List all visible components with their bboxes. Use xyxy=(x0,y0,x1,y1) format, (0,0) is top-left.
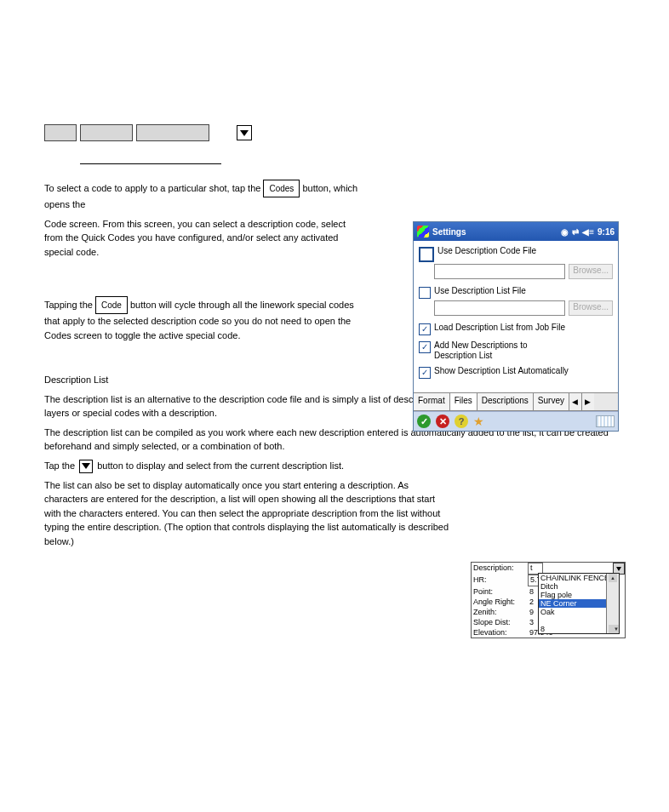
chk-row-list-file: Use Description List File xyxy=(419,286,613,299)
tab-descriptions[interactable]: Descriptions xyxy=(477,393,534,410)
pda-titlebar: Settings ◉ ⇄ ◀≡ 9:16 xyxy=(414,222,618,241)
cancel-icon[interactable]: ✕ xyxy=(436,415,449,428)
tab-scroll-right[interactable]: ▶ xyxy=(581,393,594,410)
mini-lbl-slope: Slope Dist: xyxy=(472,617,528,627)
lbl-show-auto: Show Description List Automatically xyxy=(434,366,569,376)
mini-list-scrollbar[interactable] xyxy=(606,574,619,633)
windows-flag-icon xyxy=(417,226,429,237)
keyboard-icon[interactable] xyxy=(596,415,615,427)
mini-slope-value: 3 xyxy=(528,617,535,627)
mini-lbl-hr: HR: xyxy=(472,575,528,586)
codes-button[interactable]: Codes xyxy=(263,180,300,197)
top-btn-3[interactable] xyxy=(136,124,209,141)
chk-row-load: Load Description List from Job File xyxy=(419,323,613,335)
pda-status-icons: ◉ ⇄ ◀≡ 9:16 xyxy=(561,227,615,237)
tab-scroll-left[interactable]: ◀ xyxy=(569,393,581,410)
browse-button-1[interactable]: Browse... xyxy=(569,264,613,279)
para-codes-2: Code screen. From this screen, you can s… xyxy=(44,217,359,260)
checkbox-add-new[interactable] xyxy=(419,341,431,353)
checkbox-show-auto[interactable] xyxy=(419,367,431,379)
dropdown-triangle-icon[interactable] xyxy=(237,125,252,140)
browse-button-2[interactable]: Browse... xyxy=(569,300,613,316)
mini-point-value: 8 xyxy=(528,586,535,597)
chk-row-addnew: Add New Descriptions to Description List xyxy=(419,340,613,361)
top-btn-2[interactable] xyxy=(80,124,133,141)
code-button[interactable]: Code xyxy=(95,296,128,314)
checkbox-use-code-file[interactable] xyxy=(419,247,434,262)
tab-format[interactable]: Format xyxy=(414,393,450,410)
lbl-load-from-job: Load Description List from Job File xyxy=(434,323,565,333)
pda-tabs: Format Files Descriptions Survey ◀ ▶ xyxy=(414,392,618,411)
list-file-input-row: Browse... xyxy=(434,300,613,316)
desc-list-p4: The list can also be set to display auto… xyxy=(44,478,453,549)
para-codes-intro: To select a code to apply to a particula… xyxy=(44,180,359,212)
mini-angle-value: 2 xyxy=(528,597,535,607)
pda-bottombar: ✓ ✕ ? ★ xyxy=(414,411,618,431)
pda-title: Settings xyxy=(432,227,466,237)
ok-icon[interactable]: ✓ xyxy=(417,415,431,428)
pda-body: Use Description Code File Browse... Use … xyxy=(414,241,618,392)
page-container: To select a code to apply to a particula… xyxy=(0,0,669,812)
scroll-up-icon[interactable] xyxy=(609,574,617,582)
mini-lbl-zenith: Zenith: xyxy=(472,607,528,617)
code-file-path-input[interactable] xyxy=(434,264,565,279)
chk-row-code-file: Use Description Code File xyxy=(419,246,613,262)
signal-icon: ⇄ xyxy=(572,227,579,237)
mini-desc-dropdown-list[interactable]: CHAINLINK FENCE Ditch Flag pole NE Corne… xyxy=(538,573,620,634)
mini-lbl-description: Description: xyxy=(472,563,528,575)
para-code-cycle: Tapping the Code button will cycle throu… xyxy=(44,296,359,342)
tab-survey[interactable]: Survey xyxy=(534,393,569,410)
list-file-path-input[interactable] xyxy=(434,300,565,316)
speaker-icon: ◀≡ xyxy=(582,227,594,237)
lbl-use-code-file: Use Description Code File xyxy=(437,246,536,256)
connectivity-icon: ◉ xyxy=(561,227,569,237)
lbl-use-list-file: Use Description List File xyxy=(434,286,526,296)
mini-lbl-angle: Angle Right: xyxy=(472,597,528,607)
desc-list-p3: Tap the button to display and select fro… xyxy=(44,459,368,473)
tab-files[interactable]: Files xyxy=(450,393,477,410)
chk-row-showauto: Show Description List Automatically xyxy=(419,366,613,379)
checkbox-use-list-file[interactable] xyxy=(419,287,431,299)
mini-zenith-value: 9 xyxy=(528,607,535,617)
help-icon[interactable]: ? xyxy=(455,415,468,428)
dropdown-triangle-icon-inline[interactable] xyxy=(79,460,93,473)
left-text-column: To select a code to apply to a particula… xyxy=(44,180,359,342)
code-file-input-row: Browse... xyxy=(434,264,613,279)
top-button-row xyxy=(44,124,625,141)
lbl-add-new: Add New Descriptions to Description List xyxy=(434,340,528,361)
mini-lbl-point: Point: xyxy=(472,586,528,597)
pda-time: 9:16 xyxy=(598,227,615,237)
pda-settings-screenshot: Settings ◉ ⇄ ◀≡ 9:16 Use Description Cod… xyxy=(413,221,619,432)
top-btn-1[interactable] xyxy=(44,124,77,141)
mini-lbl-elev: Elevation: xyxy=(472,627,528,638)
favorite-icon[interactable]: ★ xyxy=(473,415,484,428)
scroll-down-icon[interactable] xyxy=(609,625,619,633)
mini-description-dropdown: Description: t HR: 5.750 ift Point: 8 An… xyxy=(471,562,626,638)
checkbox-load-from-job[interactable] xyxy=(419,323,431,335)
section-divider xyxy=(80,163,221,164)
